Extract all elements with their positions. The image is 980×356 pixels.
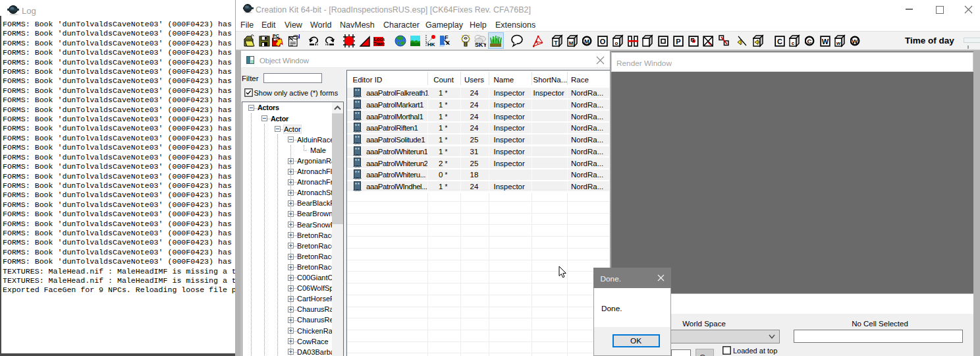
svg-text:X: X: [446, 40, 450, 46]
svg-text:W: W: [852, 38, 858, 45]
svg-text:C: C: [777, 38, 782, 45]
svg-text:HK: HK: [427, 42, 435, 47]
svg-text:o: o: [615, 40, 618, 46]
svg-text:M: M: [584, 38, 589, 45]
svg-text:w: w: [836, 40, 841, 46]
svg-text:W: W: [822, 38, 829, 45]
svg-text:PC: PC: [273, 34, 279, 38]
svg-text:Trans: Trans: [373, 42, 385, 46]
svg-text:c: c: [792, 40, 795, 46]
svg-text:T: T: [554, 40, 558, 46]
svg-text:M: M: [569, 40, 574, 46]
svg-text:C: C: [807, 38, 812, 45]
svg-text:SKY: SKY: [475, 42, 486, 48]
svg-text:O: O: [600, 38, 606, 45]
svg-text:P: P: [676, 38, 680, 45]
svg-text:Local: Local: [374, 37, 385, 42]
